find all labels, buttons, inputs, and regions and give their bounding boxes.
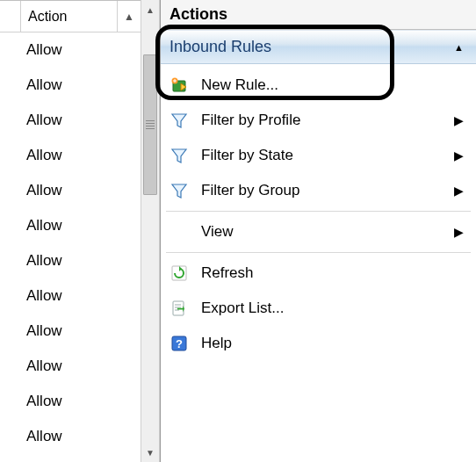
actions-panel: Actions Inbound Rules ▲ New Rule... — [160, 0, 476, 462]
cell-action: Allow — [26, 322, 62, 340]
refresh-button[interactable]: Refresh — [161, 256, 476, 291]
blank-icon — [169, 222, 189, 242]
new-rule-button[interactable]: New Rule... — [161, 68, 476, 103]
submenu-arrow-icon: ▶ — [454, 184, 464, 198]
funnel-icon — [169, 181, 189, 200]
table-row[interactable]: Allow — [0, 68, 141, 103]
menu-label: New Rule... — [201, 76, 278, 94]
scroll-track[interactable] — [141, 19, 159, 443]
scroll-grip-icon — [146, 120, 155, 129]
filter-by-state-button[interactable]: Filter by State ▶ — [161, 138, 476, 173]
vertical-scrollbar[interactable]: ▲ ▼ — [141, 0, 160, 462]
view-button[interactable]: View ▶ — [161, 214, 476, 249]
export-icon — [169, 299, 189, 318]
table-row[interactable]: Allow — [0, 243, 141, 278]
menu-separator — [166, 211, 471, 212]
cell-action: Allow — [26, 182, 62, 199]
submenu-arrow-icon: ▶ — [454, 113, 464, 127]
menu-label: View — [201, 223, 234, 241]
cell-action: Allow — [26, 357, 62, 375]
submenu-arrow-icon: ▶ — [454, 148, 464, 162]
menu-label: Refresh — [201, 264, 254, 282]
collapse-up-icon: ▲ — [454, 42, 464, 53]
cell-action: Allow — [26, 41, 62, 59]
table-row[interactable]: Allow — [0, 138, 141, 173]
refresh-icon — [169, 263, 189, 283]
table-row[interactable]: Allow — [0, 32, 141, 68]
column-resize-handle[interactable] — [0, 1, 21, 32]
scroll-up-button[interactable]: ▲ — [141, 0, 159, 19]
table-row[interactable]: Allow — [0, 173, 141, 208]
actions-menu: New Rule... Filter by Profile ▶ Filter b — [161, 64, 476, 365]
menu-label: Filter by State — [201, 147, 293, 164]
menu-label: Filter by Group — [201, 182, 299, 199]
cell-action: Allow — [26, 287, 62, 305]
cell-action: Allow — [26, 217, 62, 235]
funnel-icon — [169, 111, 189, 130]
menu-label: Export List... — [201, 300, 284, 317]
new-rule-icon — [169, 76, 189, 95]
cell-action: Allow — [26, 76, 62, 94]
actions-panel-title: Actions — [161, 0, 476, 30]
cell-action: Allow — [26, 112, 62, 129]
column-header-label: Action — [28, 9, 67, 25]
table-row[interactable]: Allow — [0, 384, 141, 419]
help-icon: ? — [169, 334, 189, 353]
column-header-row: Action ▲ — [0, 1, 141, 32]
sort-up-icon: ▲ — [124, 11, 134, 23]
scroll-thumb[interactable] — [143, 54, 157, 195]
table-row[interactable]: Allow — [0, 208, 141, 243]
filter-by-profile-button[interactable]: Filter by Profile ▶ — [161, 103, 476, 138]
table-row[interactable]: Allow — [0, 278, 141, 314]
rules-table-fragment: Action ▲ Allow Allow Allow Allow Allow A… — [0, 0, 141, 462]
filter-by-group-button[interactable]: Filter by Group ▶ — [161, 173, 476, 208]
cell-action: Allow — [26, 252, 62, 270]
cell-action: Allow — [26, 147, 62, 164]
funnel-icon — [169, 146, 189, 165]
section-title-label: Inbound Rules — [169, 38, 271, 56]
section-header-inbound-rules[interactable]: Inbound Rules ▲ — [161, 30, 476, 64]
column-sort-indicator[interactable]: ▲ — [118, 1, 141, 32]
submenu-arrow-icon: ▶ — [454, 225, 464, 239]
table-row[interactable]: Allow — [0, 103, 141, 138]
help-button[interactable]: ? Help — [161, 326, 476, 361]
menu-label: Filter by Profile — [201, 112, 300, 129]
menu-separator — [166, 252, 471, 253]
export-list-button[interactable]: Export List... — [161, 291, 476, 326]
table-row[interactable]: Allow — [0, 419, 141, 454]
column-header-action[interactable]: Action — [21, 1, 118, 32]
table-row[interactable]: Allow — [0, 314, 141, 349]
table-row[interactable]: Allow — [0, 349, 141, 384]
cell-action: Allow — [26, 428, 62, 445]
cell-action: Allow — [26, 393, 62, 410]
menu-label: Help — [201, 335, 232, 352]
scroll-down-button[interactable]: ▼ — [141, 443, 159, 462]
svg-text:?: ? — [176, 337, 183, 350]
table-body: Allow Allow Allow Allow Allow Allow Allo… — [0, 32, 141, 462]
